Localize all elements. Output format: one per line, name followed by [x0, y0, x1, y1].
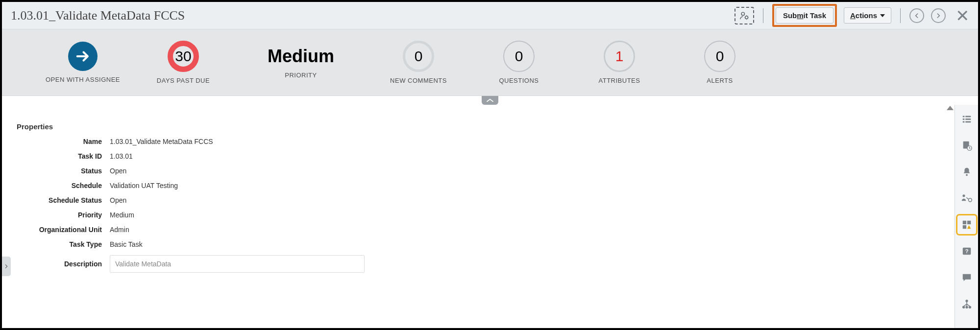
next-button[interactable]	[931, 8, 946, 23]
svg-point-18	[966, 300, 968, 302]
card-questions[interactable]: 0 QUESTIONS	[477, 41, 561, 84]
svg-point-11	[962, 194, 965, 197]
prop-row-status: Status Open	[22, 167, 940, 175]
new-comments-value: 0	[403, 41, 434, 72]
prop-row-task-type: Task Type Basic Task	[22, 240, 940, 248]
prop-label: Schedule Status	[22, 196, 110, 204]
card-status[interactable]: OPEN WITH ASSIGNEE	[41, 42, 124, 83]
card-status-label: OPEN WITH ASSIGNEE	[46, 76, 120, 83]
prop-label: Task ID	[22, 152, 110, 160]
prop-label: Name	[22, 138, 110, 145]
priority-label: PRIORITY	[285, 71, 317, 79]
main-scroll[interactable]: Properties Name 1.03.01_Validate MetaDat…	[2, 105, 955, 328]
close-button[interactable]: ✕	[956, 7, 969, 24]
caret-down-icon	[880, 14, 885, 17]
svg-rect-15	[962, 225, 966, 229]
svg-point-21	[969, 306, 971, 308]
svg-rect-13	[962, 221, 966, 224]
card-alerts[interactable]: 0 ALERTS	[678, 41, 761, 84]
days-past-due-label: DAYS PAST DUE	[157, 77, 210, 84]
titlebar: 1.03.01_Validate MetaData FCCS Submit Ta…	[2, 2, 978, 29]
prop-row-priority: Priority Medium	[22, 211, 940, 219]
card-attributes[interactable]: 1 ATTRIBUTES	[578, 41, 661, 84]
svg-text:?: ?	[965, 248, 968, 254]
alerts-value: 0	[704, 41, 735, 72]
prop-value: 1.03.01	[110, 152, 133, 160]
rail-attributes[interactable]	[958, 216, 975, 233]
svg-point-0	[741, 12, 744, 15]
prop-value: Open	[110, 196, 126, 204]
card-new-comments[interactable]: 0 NEW COMMENTS	[377, 41, 460, 84]
prop-label: Priority	[22, 211, 110, 219]
previous-button[interactable]	[909, 8, 924, 23]
prop-value: Medium	[110, 211, 134, 219]
right-rail: ?	[955, 105, 978, 328]
days-past-due-value: 30	[168, 41, 199, 72]
user-flow-icon	[961, 193, 973, 204]
actions-menu-button[interactable]: Actions	[844, 7, 891, 24]
svg-rect-4	[962, 118, 964, 120]
prop-row-description: Description	[22, 255, 940, 273]
svg-rect-6	[962, 121, 964, 123]
svg-rect-5	[965, 118, 971, 120]
prop-value: Basic Task	[110, 240, 143, 248]
chevron-up-icon	[486, 98, 494, 103]
prop-value: Validation UAT Testing	[110, 182, 178, 189]
svg-point-20	[966, 306, 968, 308]
task-detail-window: 1.03.01_Validate MetaData FCCS Submit Ta…	[0, 0, 980, 330]
priority-value: Medium	[268, 46, 334, 67]
prop-label: Status	[22, 167, 110, 175]
arrow-right-icon	[74, 48, 91, 65]
status-icon-circle	[68, 42, 98, 71]
questions-value: 0	[503, 41, 535, 72]
attributes-label: ATTRIBUTES	[599, 77, 640, 84]
submit-highlight: Submit Task	[772, 4, 837, 27]
actions-text-underline: A	[850, 11, 856, 20]
svg-point-10	[966, 174, 968, 176]
document-clock-icon	[961, 140, 972, 151]
titlebar-actions: Submit Task Actions ✕	[735, 4, 969, 27]
separator	[900, 8, 901, 23]
attributes-value: 1	[604, 41, 635, 72]
alerts-label: ALERTS	[707, 77, 733, 84]
rail-properties[interactable]	[958, 111, 975, 127]
collapse-summary-handle[interactable]	[482, 96, 498, 105]
collapse-bar	[2, 96, 978, 105]
prop-row-name: Name 1.03.01_Validate MetaData FCCS	[22, 138, 940, 145]
prop-value: Admin	[110, 226, 129, 234]
prop-row-schedule: Schedule Validation UAT Testing	[22, 182, 940, 189]
actions-text-post: ctions	[856, 11, 877, 20]
separator	[763, 8, 763, 23]
properties-table: Name 1.03.01_Validate MetaData FCCS Task…	[22, 138, 940, 328]
submit-text-underline: m	[797, 11, 803, 20]
submit-text-pre: Sub	[783, 11, 797, 20]
questions-label: QUESTIONS	[499, 77, 539, 84]
bell-icon	[961, 166, 972, 177]
svg-rect-3	[965, 116, 971, 118]
prop-row-task-id: Task ID 1.03.01	[22, 152, 940, 160]
rail-workflow[interactable]	[958, 190, 975, 207]
branch-icon	[961, 299, 972, 309]
assign-user-button[interactable]	[735, 7, 754, 24]
card-days-past-due[interactable]: 30 DAYS PAST DUE	[142, 41, 225, 84]
svg-point-12	[968, 198, 972, 202]
prop-label: Description	[22, 260, 110, 268]
question-card-icon: ?	[961, 246, 972, 257]
prop-label: Organizational Unit	[22, 226, 110, 234]
submit-task-button[interactable]: Submit Task	[776, 7, 833, 24]
svg-rect-14	[967, 221, 970, 224]
description-input[interactable]	[110, 255, 365, 273]
grid-alert-icon	[961, 219, 972, 230]
user-gear-icon	[739, 10, 750, 21]
rail-alerts[interactable]	[958, 164, 975, 180]
card-priority[interactable]: Medium PRIORITY	[242, 46, 360, 79]
list-icon	[961, 114, 972, 124]
svg-rect-7	[965, 121, 971, 123]
rail-instructions[interactable]	[958, 137, 975, 154]
page-title: 1.03.01_Validate MetaData FCCS	[11, 8, 185, 23]
rail-comments[interactable]	[958, 269, 975, 286]
rail-questions[interactable]: ?	[958, 243, 975, 259]
prop-label: Task Type	[22, 240, 110, 248]
rail-related[interactable]	[958, 296, 975, 312]
prop-row-schedule-status: Schedule Status Open	[22, 196, 940, 204]
